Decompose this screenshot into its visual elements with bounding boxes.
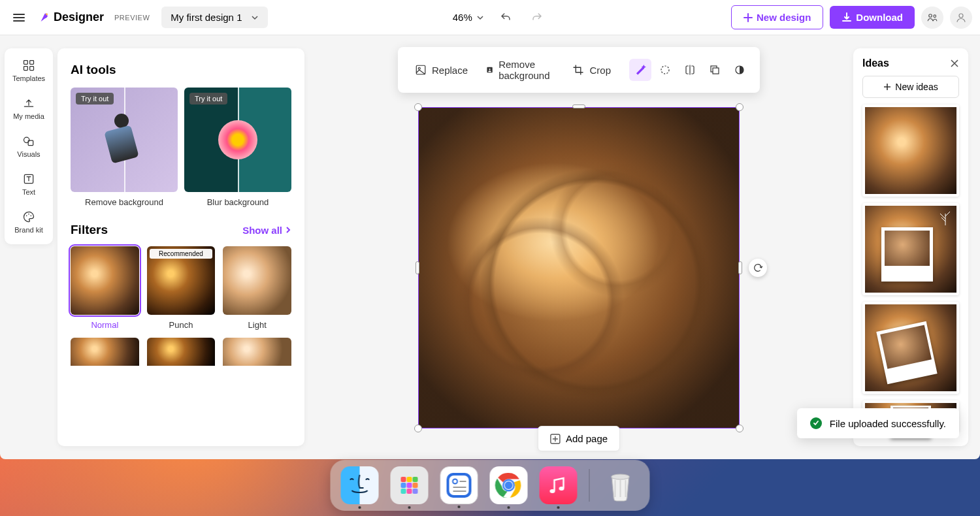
new-ideas-label: New ideas [895,82,938,92]
resize-handle-tr[interactable] [736,103,743,111]
filter-label: Light [248,320,267,330]
magic-edit-button[interactable] [629,59,651,81]
svg-point-2 [934,14,936,17]
crop-button[interactable]: Crop [564,59,619,81]
plus-icon [883,83,891,91]
ai-tools-title: AI tools [71,63,291,77]
finder-icon [346,471,374,500]
undo-button[interactable] [496,8,515,27]
resize-handle-bl[interactable] [414,425,422,432]
redo-button[interactable] [527,8,547,27]
menu-toggle-button[interactable] [8,8,30,27]
templates-icon [22,59,35,72]
rail-item-templates[interactable]: Templates [5,59,53,82]
rail-item-brand-kit[interactable]: Brand kit [5,210,53,234]
filter-item-5[interactable] [147,338,216,366]
filter-item-normal[interactable]: Normal [71,246,139,330]
resize-handle-tl[interactable] [414,103,422,111]
user-icon [955,12,967,24]
dock-separator [589,469,590,502]
document-name-dropdown[interactable]: My first design 1 [161,7,268,28]
launchpad-icon [397,472,423,498]
preview-badge: PREVIEW [114,14,150,22]
adjust-button[interactable] [654,59,676,81]
filter-item-light[interactable]: Light [223,246,291,330]
ideas-title: Ideas [862,57,889,69]
filter-item-punch[interactable]: Recommended Punch [147,246,216,330]
rail-label: Text [22,188,35,196]
rail-item-visuals[interactable]: Visuals [5,135,53,158]
app-name: Designer [54,10,104,24]
dock-app-launchpad[interactable] [391,466,429,504]
idea-thumbnail-1[interactable] [862,105,959,197]
account-button[interactable] [950,7,972,29]
ai-tool-blur-background[interactable]: Try it out Blur background [184,88,291,207]
chevron-down-icon [476,14,484,22]
filter-thumb-partial [71,338,139,366]
try-it-out-tag: Try it out [189,93,227,105]
svg-point-1 [929,14,932,17]
replace-button[interactable]: Replace [407,59,476,81]
resize-handle-br[interactable] [736,425,743,432]
rail-label: Brand kit [14,226,42,234]
filter-item-4[interactable] [71,338,139,366]
text-icon [22,172,35,185]
close-ideas-button[interactable] [950,59,959,68]
new-design-button[interactable]: New design [731,5,823,29]
try-it-out-tag: Try it out [76,93,114,105]
remove-background-button[interactable]: Remove background [478,54,562,86]
svg-rect-31 [413,489,418,494]
rail-label: Visuals [17,150,40,158]
new-ideas-button[interactable]: New ideas [862,76,959,98]
svg-rect-30 [407,489,412,494]
palette-icon [22,210,35,223]
flip-icon [684,64,696,76]
rail-inner: Templates My media Visuals Text Brand ki… [5,48,53,244]
svg-rect-29 [401,489,406,494]
zoom-value: 46% [453,12,472,23]
download-button[interactable]: Download [830,6,915,29]
idea-thumbnail-3[interactable] [862,302,959,394]
reminders-icon [444,470,474,500]
plus-icon [743,13,753,22]
dock-trash[interactable] [602,466,640,504]
zoom-dropdown[interactable]: 46% [453,12,484,23]
app-header: Designer PREVIEW My first design 1 46% N… [0,0,980,35]
idea-thumbnail-2[interactable] [862,203,959,295]
svg-point-40 [559,487,564,491]
image-icon [415,64,427,76]
show-all-label: Show all [242,225,282,236]
flip-button[interactable] [679,59,701,81]
rail-label: Templates [12,74,45,82]
resize-edge-right[interactable] [738,261,742,274]
svg-rect-26 [401,483,406,488]
filter-grid: Normal Recommended Punch Light [71,246,291,366]
rotate-handle[interactable] [749,259,767,277]
opacity-button[interactable] [728,59,751,81]
dock-app-finder[interactable] [341,466,379,504]
rail-label: My media [13,112,44,120]
polaroid-overlay [876,321,938,385]
ai-tool-remove-background[interactable]: Try it out Remove background [71,88,178,207]
upload-icon [22,97,35,110]
show-all-filters-button[interactable]: Show all [242,225,291,236]
branches-graphic [936,207,955,227]
rail-item-text[interactable]: Text [5,172,53,196]
resize-edge-left[interactable] [416,261,419,274]
layers-button[interactable] [704,59,726,81]
rail-item-my-media[interactable]: My media [5,97,53,120]
dock-app-chrome[interactable] [490,466,528,504]
add-page-button[interactable]: Add page [538,426,620,451]
artboard-selection[interactable] [418,107,740,428]
dock-app-music[interactable] [540,466,578,504]
share-button[interactable] [921,7,943,29]
filter-item-6[interactable] [223,338,291,366]
svg-point-15 [418,67,420,69]
main-area: Templates My media Visuals Text Brand ki… [0,35,980,459]
svg-point-12 [28,214,29,215]
dock-app-reminders[interactable] [440,466,478,504]
canvas-area: Replace Remove background Crop [304,35,853,459]
ai-tool-label: Blur background [184,197,291,207]
resize-edge-top[interactable] [572,105,585,108]
trash-icon [606,468,636,502]
